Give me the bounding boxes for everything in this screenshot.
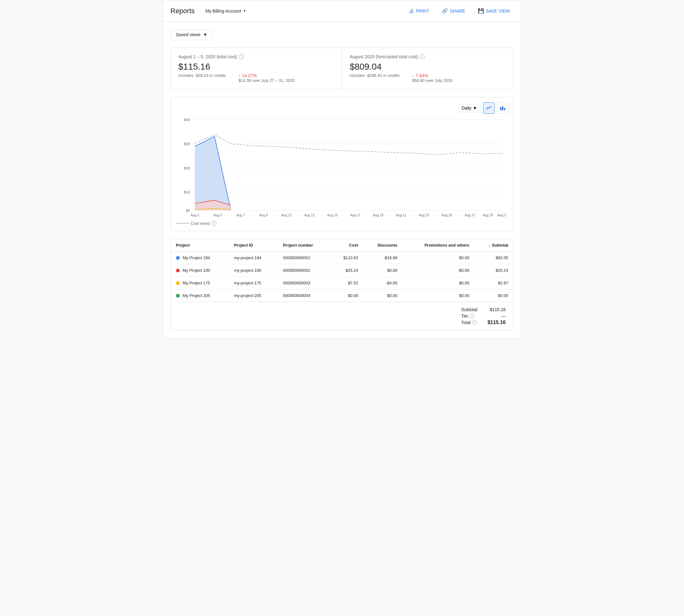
discounts-cell: $0.00 bbox=[363, 289, 402, 302]
svg-text:$20: $20 bbox=[184, 166, 190, 170]
saved-views-dropdown[interactable]: Saved views ▼ bbox=[170, 29, 213, 40]
project-id-cell: my-project-194 bbox=[229, 251, 278, 264]
promotions-cell: $0.00 bbox=[402, 277, 474, 289]
col-project-id: Project ID bbox=[229, 239, 278, 251]
chart-area: $40 $30 $20 $10 $0 bbox=[179, 116, 506, 217]
svg-text:Aug 27: Aug 27 bbox=[464, 213, 475, 217]
save-view-button[interactable]: 💾 SAVE VIEW bbox=[474, 5, 514, 16]
svg-text:Aug 3: Aug 3 bbox=[190, 213, 199, 217]
svg-text:Aug 13: Aug 13 bbox=[304, 213, 315, 217]
svg-rect-1 bbox=[502, 106, 503, 110]
chevron-down-icon: ▼ bbox=[243, 9, 246, 13]
bar-chart-button[interactable] bbox=[497, 102, 508, 114]
cost-cell: $7.52 bbox=[330, 277, 363, 289]
svg-text:Aug 5: Aug 5 bbox=[213, 213, 222, 217]
project-color-dot bbox=[176, 269, 180, 272]
cost-cell: $25.24 bbox=[330, 264, 363, 277]
card1-change-pct: 14.27% bbox=[242, 73, 257, 78]
svg-text:Aug 15: Aug 15 bbox=[327, 213, 338, 217]
period-select[interactable]: Daily ▼ bbox=[458, 104, 481, 112]
table-row: My Project 175 my-project-175 0000000000… bbox=[171, 277, 514, 289]
project-number-cell: 000000000001 bbox=[278, 251, 330, 264]
svg-text:Aug 31: Aug 31 bbox=[497, 213, 506, 217]
total-label: Total ? bbox=[461, 320, 477, 325]
svg-text:$40: $40 bbox=[184, 118, 190, 122]
card2-change-desc: $58.80 over July 2020 bbox=[412, 78, 452, 83]
promotions-cell: $0.00 bbox=[402, 251, 474, 264]
svg-text:$30: $30 bbox=[184, 142, 190, 146]
line-chart-button[interactable] bbox=[483, 102, 495, 114]
svg-rect-0 bbox=[500, 107, 501, 110]
total-value: $115.16 bbox=[487, 320, 506, 325]
svg-text:Aug 29: Aug 29 bbox=[482, 213, 493, 217]
card1-change-desc: $14.38 over July 27 – 31, 2020 bbox=[238, 78, 295, 83]
chart-container: Daily ▼ bbox=[170, 97, 514, 231]
bar-chart-icon bbox=[500, 105, 505, 111]
card2-help-icon[interactable]: ? bbox=[420, 54, 425, 59]
summary-card-2: August 2020 (forecasted total cost) ? $8… bbox=[342, 48, 514, 89]
saved-views-label: Saved views bbox=[176, 32, 201, 37]
project-id-cell: my-project-205 bbox=[229, 289, 278, 302]
discounts-cell: -$18.88 bbox=[363, 251, 402, 264]
col-project: Project bbox=[171, 239, 229, 251]
subtotal-label: Subtotal bbox=[461, 307, 477, 312]
project-number-cell: 000000000003 bbox=[278, 277, 330, 289]
card1-help-icon[interactable]: ? bbox=[239, 54, 244, 59]
period-label: Daily bbox=[462, 106, 472, 111]
total-help-icon[interactable]: ? bbox=[472, 320, 477, 325]
subtotal-cell: $92.05 bbox=[474, 251, 514, 264]
line-chart-icon bbox=[486, 105, 492, 111]
data-table: Project Project ID Project number Cost D… bbox=[170, 239, 514, 331]
svg-marker-13 bbox=[195, 136, 231, 211]
tax-label: Tax ? bbox=[461, 313, 477, 318]
project-color-dot bbox=[176, 281, 180, 285]
project-cell: My Project 194 bbox=[171, 251, 229, 264]
col-cost: Cost bbox=[330, 239, 363, 251]
col-promotions: Promotions and others bbox=[402, 239, 474, 251]
card2-credits: includes -$296.42 in credits bbox=[350, 73, 400, 78]
project-id-cell: my-project-175 bbox=[229, 277, 278, 289]
svg-text:Aug 21: Aug 21 bbox=[396, 213, 406, 217]
card2-title: August 2020 (forecasted total cost) bbox=[350, 54, 418, 59]
dropdown-chevron-icon: ▼ bbox=[203, 32, 207, 37]
billing-account-selector[interactable]: My Billing Account ▼ bbox=[202, 7, 250, 16]
card2-up-arrow-icon: ↑ bbox=[412, 73, 414, 78]
print-button[interactable]: 🖨 PRINT bbox=[405, 6, 433, 16]
period-chevron-icon: ▼ bbox=[473, 106, 477, 111]
subtotal-cell: $20.24 bbox=[474, 264, 514, 277]
discounts-cell: -$4.65 bbox=[363, 277, 402, 289]
table-row: My Project 205 my-project-205 0000000000… bbox=[171, 289, 514, 302]
project-cell: My Project 175 bbox=[171, 277, 229, 289]
totals-section: Subtotal $115.16 Tax ? — Total ? $115.16 bbox=[171, 302, 514, 330]
tax-help-icon[interactable]: ? bbox=[469, 313, 474, 318]
table-row: My Project 100 my-project-100 0000000000… bbox=[171, 264, 514, 277]
svg-text:$0: $0 bbox=[186, 208, 190, 212]
sort-down-icon: ↓ bbox=[488, 243, 491, 247]
chart-svg: $40 $30 $20 $10 $0 bbox=[179, 116, 506, 217]
col-subtotal[interactable]: ↓ Subtotal bbox=[474, 239, 514, 251]
tax-value: — bbox=[487, 313, 506, 318]
discounts-cell: $0.00 bbox=[363, 264, 402, 277]
summary-card-1: August 1 – 5, 2020 (total cost) ? $115.1… bbox=[171, 48, 342, 89]
svg-text:Aug 25: Aug 25 bbox=[442, 213, 452, 217]
subtotal-value: $115.16 bbox=[487, 307, 506, 312]
svg-text:Aug 17: Aug 17 bbox=[350, 213, 360, 217]
table-row: My Project 194 my-project-194 0000000000… bbox=[171, 251, 514, 264]
project-cell: My Project 205 bbox=[171, 289, 229, 302]
cost-cell: $0.00 bbox=[330, 289, 363, 302]
svg-text:Aug 19: Aug 19 bbox=[373, 213, 383, 217]
svg-text:Aug 7: Aug 7 bbox=[236, 213, 245, 217]
share-button[interactable]: 🔗 SHARE bbox=[438, 5, 469, 16]
project-number-cell: 000000000004 bbox=[278, 289, 330, 302]
card2-amount: $809.04 bbox=[350, 62, 506, 72]
svg-rect-2 bbox=[504, 108, 505, 110]
cost-trend-help-icon[interactable]: ? bbox=[211, 221, 216, 226]
page-title: Reports bbox=[170, 7, 195, 15]
card1-up-arrow-icon: ↑ bbox=[238, 73, 241, 78]
promotions-cell: $0.00 bbox=[402, 289, 474, 302]
project-color-dot bbox=[176, 256, 180, 260]
project-number-cell: 000000000002 bbox=[278, 264, 330, 277]
cost-trend-legend bbox=[176, 223, 189, 224]
card1-credits: includes -$28.53 in credits bbox=[179, 73, 226, 78]
share-icon: 🔗 bbox=[442, 8, 448, 14]
